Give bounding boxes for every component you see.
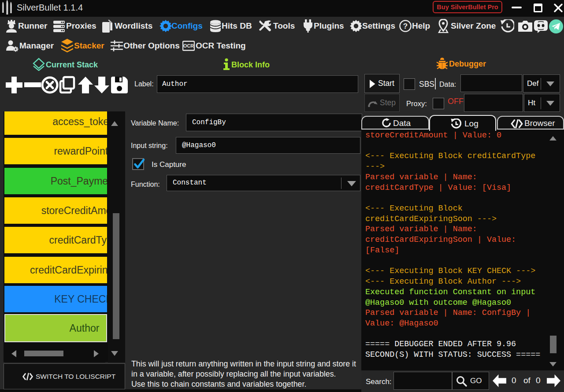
- svg-text:OCR: OCR: [183, 43, 194, 48]
- svg-text:?: ?: [403, 22, 408, 30]
